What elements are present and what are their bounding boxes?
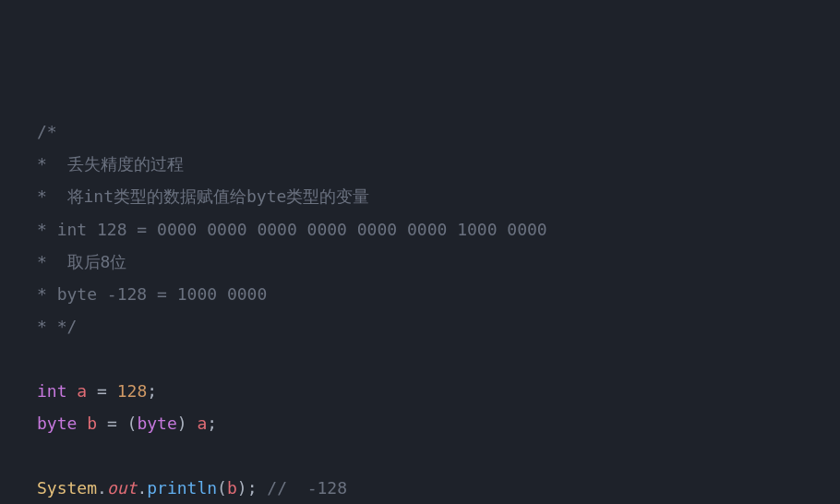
blank-line-2 [37,439,840,472]
comment-line-5: * 取后8位 [37,246,840,278]
blank-line-1 [37,342,840,375]
variable-b: b [87,414,97,433]
method-println: println [147,478,217,498]
keyword-int: int [37,381,67,401]
comment-line-6: * byte -128 = 1000 0000 [37,278,840,310]
comment-line-4: * int 128 = 0000 0000 0000 0000 0000 000… [37,213,840,246]
cast-byte: byte [137,414,176,433]
code-line-println: System.out.println(b); // -128 [37,472,840,504]
class-system: System [37,478,97,498]
comment-line-3: * 将int类型的数据赋值给byte类型的变量 [37,180,840,212]
variable-a: a [77,381,87,401]
comment-line-1: /* [37,115,840,148]
code-line-byte-declaration: byte b = (byte) a; [37,407,840,439]
comment-line-2: * 丢失精度的过程 [37,148,840,180]
code-line-int-declaration: int a = 128; [37,375,840,407]
inline-comment: // -128 [267,478,347,498]
comment-line-7: * */ [37,310,840,342]
keyword-byte: byte [37,414,77,433]
field-out: out [107,478,138,498]
number-128: 128 [117,381,148,401]
code-editor[interactable]: /** 丢失精度的过程* 将int类型的数据赋值给byte类型的变量* int … [37,115,840,504]
